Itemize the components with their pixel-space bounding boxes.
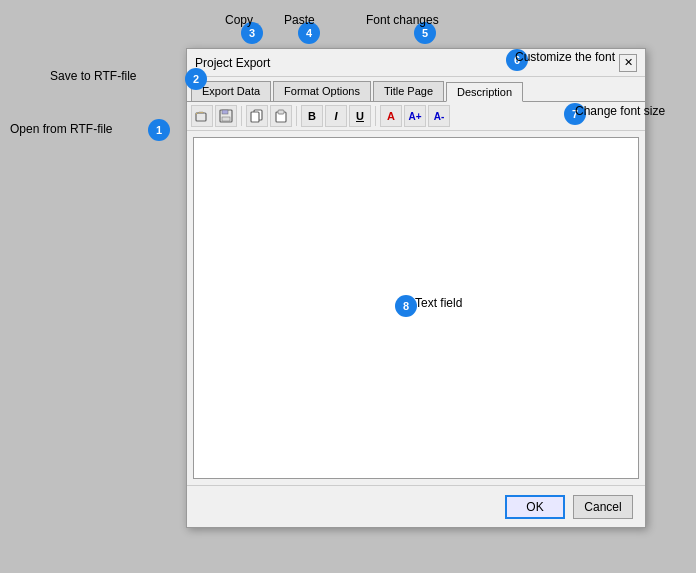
dialog-footer: OK Cancel (187, 485, 645, 527)
annotation-label-3: Copy (225, 13, 253, 27)
open-file-button[interactable] (191, 105, 213, 127)
annotation-label-6: Customize the font (515, 50, 615, 64)
separator-3 (375, 106, 376, 126)
font-size-up-button[interactable]: A+ (404, 105, 426, 127)
annotation-label-2: Save to RTF-file (50, 69, 136, 83)
separator-1 (241, 106, 242, 126)
dialog-title: Project Export (195, 56, 270, 70)
annotation-label-8: Text field (415, 296, 462, 310)
svg-rect-0 (196, 113, 206, 121)
font-size-down-button[interactable]: A- (428, 105, 450, 127)
tab-description[interactable]: Description (446, 82, 523, 102)
ok-button[interactable]: OK (505, 495, 565, 519)
underline-button[interactable]: U (349, 105, 371, 127)
svg-rect-3 (222, 117, 230, 121)
copy-button[interactable] (246, 105, 268, 127)
open-file-icon (195, 109, 209, 123)
annotation-label-5: Font changes (366, 13, 439, 27)
tab-bar: Export Data Format Options Title Page De… (187, 77, 645, 102)
annotation-label-7: Change font size (575, 104, 665, 118)
italic-button[interactable]: I (325, 105, 347, 127)
annotation-label-4: Paste (284, 13, 315, 27)
close-button[interactable]: ✕ (619, 54, 637, 72)
svg-rect-5 (251, 112, 259, 122)
paste-icon (274, 109, 288, 123)
cancel-button[interactable]: Cancel (573, 495, 633, 519)
tab-format-options[interactable]: Format Options (273, 81, 371, 101)
copy-icon (250, 109, 264, 123)
svg-rect-2 (222, 110, 228, 114)
paste-button[interactable] (270, 105, 292, 127)
annotation-bubble-1: 1 (148, 119, 170, 141)
annotation-label-1: Open from RTF-file (10, 122, 112, 136)
annotation-bubble-2: 2 (185, 68, 207, 90)
bold-button[interactable]: B (301, 105, 323, 127)
annotation-bubble-8: 8 (395, 295, 417, 317)
font-color-button[interactable]: A (380, 105, 402, 127)
save-file-icon (219, 109, 233, 123)
separator-2 (296, 106, 297, 126)
tab-title-page[interactable]: Title Page (373, 81, 444, 101)
save-file-button[interactable] (215, 105, 237, 127)
svg-rect-7 (278, 110, 284, 114)
